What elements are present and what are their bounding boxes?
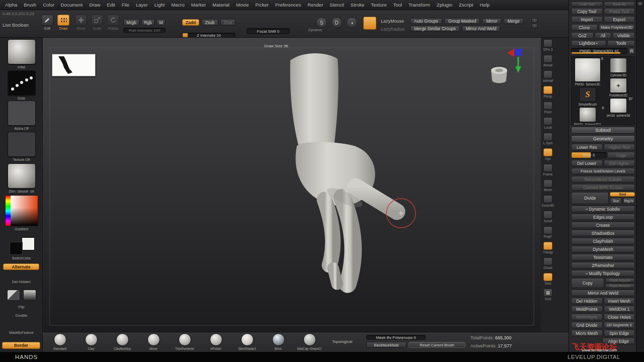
tool-thumbnail[interactable]: 6 PM3D_Sphere3C [575, 58, 601, 86]
mirror-and-weld-button[interactable]: Mirror And Weld [571, 290, 635, 296]
border-button[interactable]: Border [2, 342, 40, 349]
make-polymesh3d-button[interactable]: Make PolyMesh3D [599, 24, 635, 31]
quick-pick-item[interactable]: SkinShade4 [234, 333, 260, 350]
quick-pick-item[interactable]: Standard [47, 333, 73, 350]
menu-item[interactable]: Color [43, 2, 54, 8]
secondary-color-swatch[interactable] [22, 237, 35, 250]
right-shelf-button[interactable]: ▦ Grid [541, 289, 555, 301]
dynamesh-section[interactable]: DynaMesh [571, 246, 635, 252]
rotate-mode-button[interactable]: Rotate [106, 15, 120, 30]
paste-tool-button[interactable]: Paste Tool [604, 8, 635, 15]
lazymouse-button[interactable]: LazyMouse [381, 19, 404, 24]
live-boolean-button[interactable]: Live Boolean [3, 23, 29, 28]
right-shelf-button[interactable]: L.Sym [541, 133, 555, 145]
tool-thumbnail[interactable]: Cylinder3D [610, 58, 627, 77]
zadd-button[interactable]: Zadd [182, 19, 199, 26]
double-button[interactable]: Double [0, 312, 43, 318]
menu-item[interactable]: Material [212, 2, 229, 8]
current-brush-thumbnail[interactable]: Inflat [0, 39, 43, 69]
polygroup-button[interactable]: Mirror And Weld [462, 26, 501, 32]
mesh-integrity-button[interactable]: MeshIntegrity [571, 314, 603, 320]
tool-thumbnail[interactable]: 6 PM3D_Sphere3D1 [574, 107, 602, 125]
color-picker-area[interactable] [5, 195, 38, 226]
quick-pick-item[interactable]: Blinn [265, 333, 291, 350]
gradient-toggle-icon[interactable] [7, 290, 20, 301]
import-button[interactable]: Import [571, 16, 603, 23]
suv-toggle[interactable]: Suv [610, 198, 622, 204]
load-tool-button[interactable]: Load Tool [571, 2, 603, 7]
panel-strip-r-button[interactable]: R [637, 2, 643, 6]
spiral-icon[interactable]: ◑ [346, 17, 357, 28]
clone-button[interactable]: Clone [571, 24, 598, 31]
focal-shift-slider[interactable]: Focal Shift 0 [247, 28, 290, 34]
scale-mode-button[interactable]: Scale [90, 15, 104, 30]
tool-r-button[interactable]: R [628, 48, 635, 54]
rgb-button[interactable]: Rgb [141, 19, 154, 26]
menu-item[interactable]: Picker [256, 2, 269, 8]
move-mode-button[interactable]: Move [74, 15, 88, 30]
texture-thumbnail[interactable]: Texture Off [0, 132, 43, 161]
spinner-up-button[interactable]: ▴ [531, 18, 538, 23]
dynamic-subdiv-section[interactable]: ▸Dynamic Subdiv [571, 206, 635, 212]
zcut-button[interactable]: Zcut [220, 19, 235, 26]
tool-thumbnail[interactable]: S SimpleBrush [579, 87, 597, 106]
reconstruct-subdiv-button[interactable]: Reconstruct Subdiv [571, 176, 635, 183]
tessimate-section[interactable]: Tessimate [571, 254, 635, 260]
menu-item[interactable]: Render [307, 2, 323, 8]
menu-item[interactable]: Light [154, 2, 165, 8]
goz-all-button[interactable]: All [595, 32, 611, 39]
copy-tool-button[interactable]: Copy Tool [571, 8, 603, 15]
menu-item[interactable]: Help [480, 2, 490, 8]
subtool-section-header[interactable]: Subtool [571, 127, 635, 134]
right-shelf-button[interactable]: Scroll [541, 211, 555, 223]
goz-button[interactable]: GoZ [571, 32, 594, 39]
fade-toggle-icon[interactable] [23, 290, 36, 301]
right-shelf-button[interactable]: Zoom3D [541, 195, 555, 207]
topological-label[interactable]: Topological [332, 339, 352, 344]
shadowbox-section[interactable]: ShadowBox [571, 230, 635, 236]
lightbox-button[interactable]: Lightbox ▸ [571, 40, 606, 46]
quick-pick-item[interactable]: Clay [78, 333, 104, 350]
sculptris-pro-icon[interactable]: S [316, 17, 327, 28]
tool-thumbnail[interactable]: ✦ PolyMesh3D [609, 78, 628, 97]
active-tool-slider[interactable]: PM3D_Sphere3D1 41 [571, 48, 627, 54]
quick-pick-item[interactable]: Move [140, 333, 167, 350]
right-shelf-button[interactable]: SPix 3 [541, 39, 555, 51]
quick-pick-item[interactable]: ClayBuildup [109, 333, 135, 350]
right-shelf-button[interactable]: Ghost [541, 257, 555, 269]
reset-current-brush-button[interactable]: Reset Current Brush [409, 342, 465, 348]
right-shelf-button[interactable]: Gyz [541, 148, 555, 160]
right-shelf-button[interactable]: Frame [541, 164, 555, 176]
lazyradius-button[interactable]: LazyRadius [381, 27, 405, 32]
paste-append-button[interactable]: Paste Append [605, 278, 635, 283]
quick-pick-item[interactable]: TrimDynamic [172, 333, 198, 350]
menu-item[interactable]: Zplugin [437, 2, 452, 8]
right-shelf-button[interactable]: AAHalf [541, 70, 555, 82]
export-button[interactable]: Export [604, 16, 635, 23]
menu-item[interactable]: Marker [191, 2, 206, 8]
smt-toggle[interactable]: Smt [610, 192, 635, 197]
menu-item[interactable]: Brush [24, 2, 36, 8]
del-higher-button[interactable]: Del Higher [604, 160, 635, 166]
modify-topology-section[interactable]: ▸Modify Topology [571, 270, 635, 277]
dynamic-mode-icon[interactable]: D [331, 17, 342, 28]
menu-item[interactable]: Macro [171, 2, 184, 8]
document-thumbnail[interactable] [52, 54, 96, 76]
m-button[interactable]: M [156, 19, 166, 26]
quick-pick-item[interactable]: hPolish [203, 333, 229, 350]
lower-res-button[interactable]: Lower Res [571, 144, 603, 150]
right-shelf-button[interactable]: Floor [541, 102, 555, 114]
del-hidden-button[interactable]: Del Hidden [571, 298, 603, 304]
close-holes-button[interactable]: Close Holes [604, 314, 635, 320]
switch-color-control[interactable]: SwitchColor [0, 237, 43, 260]
menu-item[interactable]: Draw [89, 2, 100, 8]
main-color-swatch[interactable] [10, 242, 23, 255]
ud-segments-slider[interactable]: UD Segments 3 [604, 322, 635, 328]
tool-preview-widget[interactable] [488, 64, 511, 88]
edit-mode-button[interactable]: Edit [40, 15, 54, 30]
mask-by-polygroups-slider[interactable]: Mask By Polygroups 0 [366, 335, 426, 340]
material-thumbnail[interactable]: Zbro_cbeysel_slit [0, 163, 43, 193]
polygroup-button[interactable]: Merge Similar Groups [410, 26, 460, 32]
quick-pick-item[interactable]: MatCap GreenCl [296, 333, 323, 350]
zremesher-section[interactable]: ZRemesher [571, 262, 635, 268]
